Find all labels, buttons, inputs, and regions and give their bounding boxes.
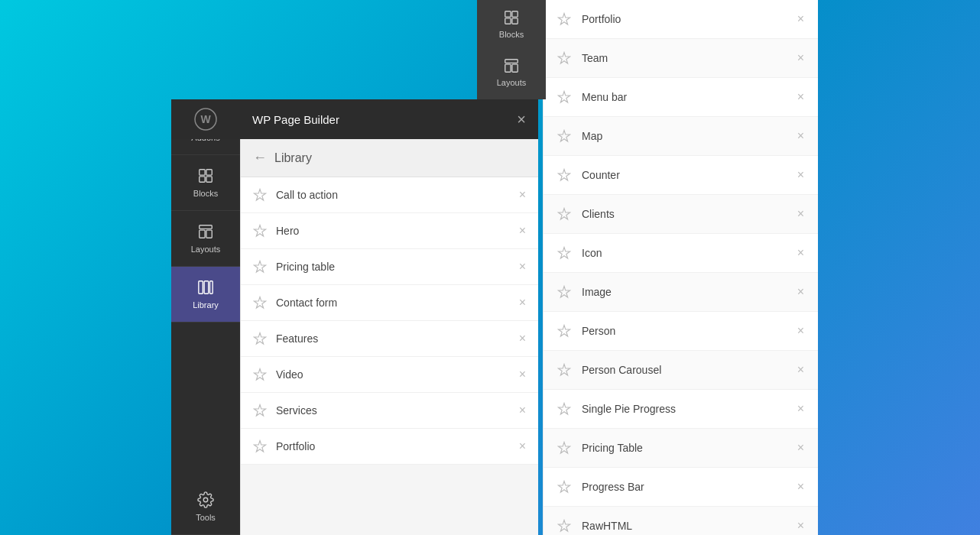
svg-rect-20 <box>204 281 209 294</box>
top-bar-blocks[interactable]: Blocks <box>477 0 546 48</box>
item-addon-icon <box>253 404 267 417</box>
right-item-close[interactable]: × <box>797 207 804 221</box>
library-item-call-to-action[interactable]: Call to action × <box>241 177 538 213</box>
item-addon-icon <box>253 296 267 310</box>
right-item-close[interactable]: × <box>797 480 804 494</box>
library-item-label: Call to action <box>276 189 519 201</box>
right-item-icon <box>557 441 571 455</box>
right-item-menu-bar[interactable]: Menu bar × <box>544 78 818 117</box>
right-item-close[interactable]: × <box>797 402 804 416</box>
right-item-counter[interactable]: Counter × <box>544 156 818 195</box>
item-addon-icon <box>253 188 267 202</box>
right-item-portfolio[interactable]: Portfolio × <box>544 0 818 39</box>
right-item-close[interactable]: × <box>797 246 804 260</box>
sidebar-item-library-label: Library <box>193 300 219 310</box>
svg-rect-3 <box>512 18 518 24</box>
right-item-close[interactable]: × <box>797 285 804 299</box>
right-item-label: Clients <box>582 208 797 220</box>
right-item-icon <box>557 480 571 494</box>
library-back-button[interactable]: ← <box>253 150 267 166</box>
library-item-close[interactable]: × <box>519 261 526 273</box>
library-title: Library <box>274 151 312 165</box>
right-item-rawhtml[interactable]: RawHTML × <box>544 507 818 535</box>
library-item-close[interactable]: × <box>519 368 526 381</box>
library-icon <box>197 279 214 296</box>
wp-logo-icon: W <box>193 107 218 131</box>
svg-rect-21 <box>210 281 213 294</box>
right-item-label: Portfolio <box>582 13 797 25</box>
library-item-label: Hero <box>276 225 519 237</box>
right-item-single-pie-progress[interactable]: Single Pie Progress × <box>544 390 818 429</box>
right-item-close[interactable]: × <box>797 519 804 533</box>
right-item-label: Team <box>582 52 797 64</box>
sidebar-item-blocks[interactable]: Blocks <box>171 155 240 211</box>
top-bar: Blocks Layouts <box>477 0 546 99</box>
library-item-close[interactable]: × <box>519 332 526 345</box>
library-item-label: Video <box>276 368 519 381</box>
right-item-progress-bar[interactable]: Progress Bar × <box>544 468 818 507</box>
title-close-button[interactable]: × <box>517 111 526 128</box>
right-item-label: Person Carousel <box>582 364 797 376</box>
library-header: ← Library <box>241 139 538 177</box>
right-item-label: Person <box>582 325 797 337</box>
sidebar-item-layouts-label: Layouts <box>191 245 221 254</box>
layouts-nav-icon <box>197 223 214 240</box>
right-item-label: Counter <box>582 169 797 181</box>
right-item-clients[interactable]: Clients × <box>544 195 818 234</box>
svg-rect-2 <box>505 18 511 24</box>
library-item-contact-form[interactable]: Contact form × <box>241 285 538 321</box>
right-item-person-carousel[interactable]: Person Carousel × <box>544 351 818 390</box>
right-item-pricing-table-r[interactable]: Pricing Table × <box>544 429 818 468</box>
top-bar-layouts[interactable]: Layouts <box>477 48 546 96</box>
right-item-map[interactable]: Map × <box>544 117 818 156</box>
right-item-close[interactable]: × <box>797 12 804 26</box>
library-item-video[interactable]: Video × <box>241 357 538 393</box>
library-item-close[interactable]: × <box>519 225 526 237</box>
item-addon-icon <box>253 368 267 381</box>
library-item-features[interactable]: Features × <box>241 321 538 357</box>
sidebar-item-tools-label: Tools <box>196 513 216 522</box>
sidebar-item-library[interactable]: Library <box>171 267 240 323</box>
right-item-close[interactable]: × <box>797 168 804 182</box>
library-item-hero[interactable]: Hero × <box>241 213 538 249</box>
right-item-close[interactable]: × <box>797 129 804 143</box>
item-addon-icon <box>253 332 267 345</box>
library-item-close[interactable]: × <box>519 189 526 201</box>
svg-rect-5 <box>505 64 511 72</box>
blocks-icon <box>503 9 520 26</box>
library-item-close[interactable]: × <box>519 404 526 417</box>
right-item-person[interactable]: Person × <box>544 312 818 351</box>
right-item-icon <box>557 207 571 221</box>
title-bar-logo-area: W <box>171 99 240 139</box>
right-item-icon <box>557 12 571 26</box>
right-item-icon <box>557 402 571 416</box>
svg-rect-16 <box>200 225 213 229</box>
svg-rect-6 <box>512 64 518 72</box>
right-item-close[interactable]: × <box>797 90 804 104</box>
tools-gear-icon <box>197 491 214 508</box>
right-item-close[interactable]: × <box>797 441 804 455</box>
sidebar-item-blocks-label: Blocks <box>193 189 218 198</box>
right-item-label: Image <box>582 286 797 298</box>
layouts-icon <box>503 57 520 74</box>
right-item-close[interactable]: × <box>797 324 804 338</box>
top-bar-layouts-label: Layouts <box>497 78 527 87</box>
library-item-close[interactable]: × <box>519 440 526 452</box>
sidebar-item-tools[interactable]: Tools <box>171 479 240 535</box>
top-bar-blocks-label: Blocks <box>499 30 524 39</box>
library-item-close[interactable]: × <box>519 297 526 309</box>
sidebar-item-layouts[interactable]: Layouts <box>171 211 240 267</box>
right-item-close[interactable]: × <box>797 363 804 377</box>
right-item-label: Icon <box>582 247 797 259</box>
right-item-close[interactable]: × <box>797 51 804 65</box>
library-item-pricing-table[interactable]: Pricing table × <box>241 249 538 285</box>
library-item-portfolio[interactable]: Portfolio × <box>241 429 538 465</box>
item-addon-icon <box>253 439 267 453</box>
right-item-image[interactable]: Image × <box>544 273 818 312</box>
right-item-team[interactable]: Team × <box>544 39 818 78</box>
right-item-icon[interactable]: Icon × <box>544 234 818 273</box>
right-item-label: RawHTML <box>582 520 797 532</box>
library-item-label: Services <box>276 404 519 417</box>
library-item-services[interactable]: Services × <box>241 393 538 429</box>
right-panel: Portfolio × Team × Menu bar × Map × Coun… <box>543 0 818 535</box>
